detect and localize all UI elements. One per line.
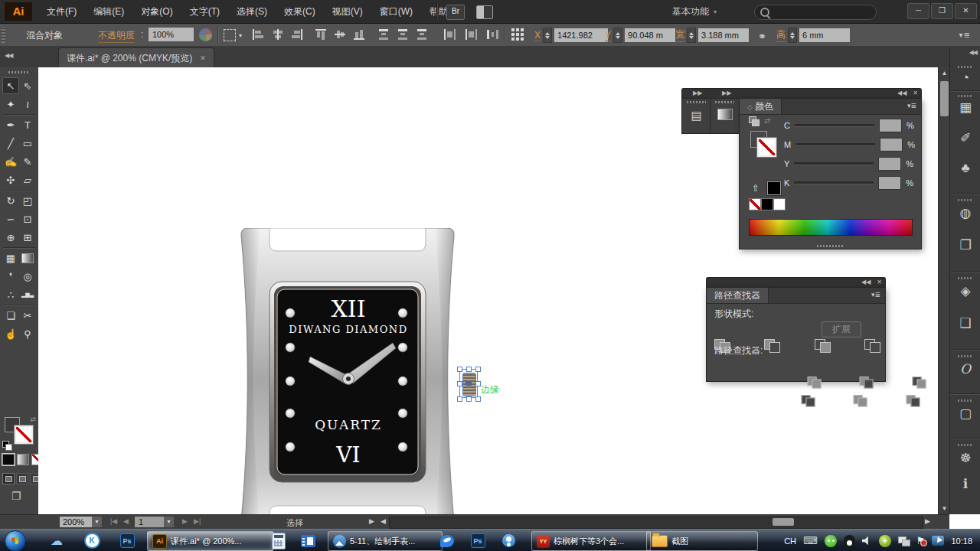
last-artboard-icon[interactable]: ▶| xyxy=(194,517,201,525)
none-swatch[interactable] xyxy=(749,198,761,210)
document-tab[interactable]: 课件.ai* @ 200% (CMYK/预览) ✕ xyxy=(58,47,214,68)
pathfinder-panel-icon[interactable]: ❑ xyxy=(950,315,980,331)
outline-button[interactable] xyxy=(852,394,869,407)
align-right-button[interactable] xyxy=(291,29,302,40)
pen-tool[interactable]: ✒ xyxy=(2,116,19,133)
tab-color[interactable]: ◇ 颜色 xyxy=(740,99,782,114)
first-artboard-icon[interactable]: |◀ xyxy=(110,517,117,525)
yy-voice-icon[interactable] xyxy=(499,532,518,549)
k-app-icon[interactable]: K xyxy=(83,532,101,549)
symbols-panel-icon[interactable]: ♣ xyxy=(950,161,980,176)
screen-mode-button[interactable]: ❐ xyxy=(11,490,21,502)
pencil-tool[interactable]: ✎ xyxy=(19,153,36,170)
task-screenshot-folder[interactable]: 截图 xyxy=(646,531,758,551)
task-yy-channel[interactable]: YY 棕榈树下等3个会... xyxy=(531,531,651,551)
transparency-panel-icon[interactable]: ❐ xyxy=(950,237,980,253)
symbol-sprayer-tool[interactable]: ∴ xyxy=(2,286,19,303)
align-h-center-button[interactable] xyxy=(272,29,283,40)
distribute-h-right-button[interactable] xyxy=(487,29,498,40)
restore-button[interactable]: ❐ xyxy=(931,3,953,19)
vertical-scrollbar[interactable]: ▲ ▼ xyxy=(938,67,950,514)
selection-handle[interactable] xyxy=(475,396,481,402)
minus-front-button[interactable] xyxy=(763,337,782,353)
slice-tool[interactable]: ✂ xyxy=(19,307,36,324)
stroke-panel-icon[interactable]: ◍ xyxy=(950,205,980,221)
last-color-icon[interactable]: ⇧ xyxy=(752,183,760,194)
swatches-panel-icon[interactable]: ▦ xyxy=(950,99,980,116)
menu-edit[interactable]: 编辑(E) xyxy=(85,0,132,23)
artboard-number-input[interactable]: 1 xyxy=(135,517,168,527)
navigator-panel-icon[interactable]: ☸ xyxy=(950,450,980,466)
media-player-icon[interactable] xyxy=(299,532,317,549)
wechat-icon[interactable] xyxy=(825,535,837,547)
column-graph-tool[interactable]: ▂▆▃ xyxy=(19,286,36,303)
zoom-level-input[interactable]: 200% xyxy=(60,517,95,527)
scroll-left-icon[interactable]: ◀ xyxy=(381,517,386,525)
transform-panel-icon[interactable]: ▢ xyxy=(950,406,980,422)
white-quick-swatch[interactable] xyxy=(773,198,786,210)
selection-handle[interactable] xyxy=(457,367,462,372)
control-bar-grip[interactable] xyxy=(2,27,5,43)
minus-back-button[interactable] xyxy=(905,394,922,407)
yellow-value-input[interactable] xyxy=(878,157,901,171)
horizontal-scrollbar[interactable] xyxy=(389,517,923,529)
line-segment-tool[interactable]: ╱ xyxy=(2,135,19,152)
cyan-value-input[interactable] xyxy=(879,119,902,132)
type-tool[interactable]: T xyxy=(19,116,36,133)
collapse-panel-icon[interactable]: ◀◀ xyxy=(897,90,906,96)
artboard-dropdown-icon[interactable]: ▼ xyxy=(164,517,174,527)
y-spinner[interactable] xyxy=(613,28,622,43)
selection-tool[interactable]: ↖ xyxy=(2,77,19,94)
perspective-grid-tool[interactable]: ⊞ xyxy=(19,229,36,246)
eraser-tool[interactable]: ▱ xyxy=(19,171,36,188)
black-value-input[interactable] xyxy=(878,176,901,190)
swap-fill-stroke-icon[interactable]: ⇄ xyxy=(30,416,36,423)
menu-window[interactable]: 窗口(W) xyxy=(371,0,421,23)
height-spinner[interactable] xyxy=(788,28,797,43)
keyboard-icon[interactable]: ⌨ xyxy=(803,535,818,546)
watch-artwork[interactable]: XII DIWANG DIAMOND QUARTZ VI xyxy=(240,228,455,529)
intersect-button[interactable] xyxy=(813,337,833,353)
fill-none-swatch[interactable] xyxy=(14,425,34,445)
eyedropper-tool[interactable]: ❜ xyxy=(2,268,19,285)
language-indicator[interactable]: CH xyxy=(784,536,796,546)
layers-panel-icon[interactable]: ◈ xyxy=(950,283,980,299)
distribute-h-left-button[interactable] xyxy=(444,29,456,40)
lasso-tool[interactable]: ≀ xyxy=(19,96,36,112)
selection-handle[interactable] xyxy=(457,396,462,402)
collapse-toolbar-icon[interactable]: ◀◀ xyxy=(5,52,12,59)
collapse-panel-icon[interactable]: ◀◀ xyxy=(861,279,871,285)
workspace-switcher[interactable]: 基本功能 ▾ xyxy=(672,0,717,23)
panel-menu-icon[interactable]: ▾≣ xyxy=(871,291,880,298)
creative-cloud-icon[interactable]: ☁ xyxy=(47,532,66,549)
free-transform-tool[interactable]: ⊡ xyxy=(19,210,36,227)
black-swatch[interactable] xyxy=(767,181,781,195)
brushes-panel-icon[interactable]: ✐ xyxy=(950,130,980,146)
bridge-button[interactable]: Br xyxy=(446,5,465,20)
expand-panels-icon[interactable]: ◀◀ xyxy=(969,49,977,56)
zoom-dropdown-icon[interactable]: ▼ xyxy=(92,517,102,527)
taskbar-clock[interactable]: 10:18 xyxy=(951,536,972,546)
width-spinner[interactable] xyxy=(687,28,696,43)
photoshop-icon-2[interactable]: Ps xyxy=(469,532,487,549)
selection-handle[interactable] xyxy=(466,367,472,372)
scroll-up-icon[interactable]: ▲ xyxy=(939,70,950,77)
gradient-button[interactable] xyxy=(17,454,29,465)
gradient-panel-icon[interactable] xyxy=(710,109,739,122)
align-panel-collapsed[interactable]: ▤ xyxy=(681,98,711,134)
panel-bottom-grip[interactable] xyxy=(817,245,844,247)
menu-type[interactable]: 文字(T) xyxy=(181,0,228,23)
expand-dock-icon[interactable]: ▶▶ xyxy=(693,90,702,96)
close-button[interactable]: ✕ xyxy=(955,3,977,19)
distribute-top-button[interactable] xyxy=(378,29,390,40)
shape-builder-tool[interactable]: ⊕ xyxy=(2,229,19,246)
qq-icon[interactable] xyxy=(844,535,855,547)
selection-handle[interactable] xyxy=(475,367,481,372)
panel-menu-icon[interactable]: ▾≣ xyxy=(907,102,916,109)
close-panel-icon[interactable]: ✕ xyxy=(913,90,918,96)
task-recording[interactable]: 5-11、绘制手表... xyxy=(328,531,443,551)
fill-none-proxy-swatch[interactable] xyxy=(756,137,777,158)
menu-object[interactable]: 对象(O) xyxy=(132,0,181,23)
calculator-icon[interactable] xyxy=(270,532,288,549)
swap-fill-stroke-icon[interactable]: ⇄ xyxy=(764,116,770,125)
